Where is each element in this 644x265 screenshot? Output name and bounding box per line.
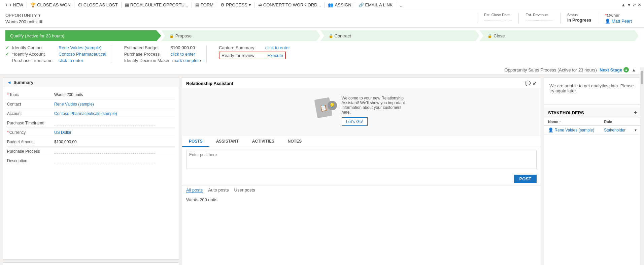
currency-label: Currency: [7, 130, 54, 135]
est-close-date-value[interactable]: ...........................: [484, 18, 512, 22]
tab-assistant[interactable]: ASSISTANT: [209, 136, 245, 147]
stage-propose[interactable]: 🔒 Propose: [161, 30, 320, 41]
stakeholder-role-header[interactable]: Role: [600, 118, 631, 126]
estimated-budget-value: $100,000.00: [171, 45, 195, 50]
capture-summary-label: Capture Summary: [219, 45, 263, 50]
identify-contact-value[interactable]: Rene Valdes (sample): [59, 45, 102, 50]
filter-auto-posts[interactable]: Auto posts: [208, 187, 229, 193]
more-button[interactable]: ...: [397, 0, 406, 10]
stage-field-purchase-process: ✓ Purchase Process click to enter: [117, 52, 201, 57]
purchase-process-value[interactable]: click to enter: [171, 52, 195, 57]
stage-qualify[interactable]: Qualify (Active for 23 hours): [5, 30, 161, 41]
toolbar-separator-8: [355, 2, 355, 8]
post-button[interactable]: POST: [514, 175, 537, 183]
stage-field-estimated-budget: ✓ Estimated Budget $100,000.00: [117, 45, 201, 50]
toolbar-down-icon[interactable]: ▼: [627, 2, 631, 7]
owner-label: *Owner: [605, 13, 632, 18]
close-as-lost-button[interactable]: ⏱ CLOSE AS LOST: [75, 0, 121, 10]
form-row-topic: Topic Wants 200 units: [7, 90, 175, 99]
account-value[interactable]: Contoso Pharmaceuticals (sample): [54, 111, 117, 116]
ready-for-review-box: Ready for review Execute: [219, 52, 286, 59]
form-row-contact: Contact Rene Valdes (sample): [7, 99, 175, 109]
assign-icon: 👥: [328, 2, 333, 7]
contact-value[interactable]: Rene Valdes (sample): [54, 102, 94, 107]
description-value[interactable]: [54, 158, 155, 163]
add-stakeholder-button[interactable]: +: [634, 110, 637, 116]
stakeholder-dropdown-cell[interactable]: ▾: [631, 126, 641, 135]
purchase-process-label: Purchase Process: [124, 52, 168, 57]
recalculate-button[interactable]: ▦ RECALCULATE OPPORTU...: [122, 0, 191, 10]
won-icon: 🏆: [30, 2, 36, 7]
tab-activities[interactable]: ACTIVITIES: [245, 136, 281, 147]
check-identify-contact: ✓: [5, 45, 9, 50]
post-preview: Wants 200 units: [182, 195, 541, 204]
account-label: Account: [7, 111, 54, 116]
toolbar-close-icon[interactable]: ✕: [638, 2, 641, 7]
stage-contract[interactable]: 🔒 Contract: [320, 30, 480, 41]
filter-user-posts[interactable]: User posts: [234, 187, 255, 193]
execute-value[interactable]: Execute: [267, 53, 283, 58]
topic-label: Topic: [7, 92, 54, 97]
stakeholder-name-cell[interactable]: 👤 Rene Valdes (sample): [544, 126, 600, 135]
process-dropdown-icon: ▾: [249, 2, 251, 7]
purchase-timeframe-value[interactable]: click to enter: [59, 58, 83, 63]
ra-chat-icon[interactable]: 💬: [525, 81, 531, 86]
form-button[interactable]: ▤ FORM: [193, 0, 216, 10]
lets-go-button[interactable]: Let's Go!: [342, 117, 368, 126]
stakeholder-name-header[interactable]: Name ↑: [544, 118, 600, 126]
main-content: ◄ Summary Topic Wants 200 units Contact …: [0, 75, 644, 265]
toolbar-expand-icon[interactable]: ⤢: [633, 2, 636, 7]
toolbar-up-icon[interactable]: ▲: [621, 2, 625, 7]
budget-label: Budget Amount: [7, 140, 54, 144]
topic-value: Wants 200 units: [54, 92, 83, 97]
ra-welcome-text: Welcome to your new Relationship Assista…: [342, 96, 409, 115]
stage-close-label: Close: [494, 33, 505, 38]
decision-maker-value[interactable]: mark complete: [172, 58, 201, 63]
ra-expand-icon[interactable]: ⤢: [533, 81, 537, 86]
tab-notes[interactable]: NOTES: [281, 136, 308, 147]
check-purchase-process: ✓: [117, 52, 122, 57]
next-stage-circle-icon: ●: [623, 67, 629, 72]
post-actions: POST: [182, 173, 541, 185]
lock-icon-propose: 🔒: [169, 34, 174, 38]
filter-all-posts[interactable]: All posts: [186, 187, 203, 193]
contact-label: Contact: [7, 102, 54, 107]
stage-close[interactable]: 🔒 Close: [479, 30, 639, 41]
scroll-thumb[interactable]: [641, 71, 643, 84]
stakeholders-header: STAKEHOLDERS +: [544, 108, 641, 118]
new-button[interactable]: + + NEW: [3, 0, 26, 10]
next-stage-button[interactable]: Next Stage ●: [600, 67, 629, 72]
email-link-button[interactable]: 🔗 EMAIL A LINK: [356, 0, 396, 10]
scrollbar[interactable]: [640, 67, 644, 265]
post-input-field[interactable]: [186, 150, 537, 169]
middle-column: Relationship Assistant 💬 ⤢ 📋 💡 Welcome t…: [182, 78, 541, 265]
stakeholder-role-cell[interactable]: Stakeholder: [600, 126, 631, 135]
stage-col-1: ✓ Identify Contact Rene Valdes (sample) …: [5, 45, 112, 63]
convert-icon: ⇄: [258, 2, 262, 7]
owner-value[interactable]: 👤 Matt Peart: [605, 19, 632, 24]
toolbar-separator-2: [74, 2, 74, 8]
form-row-purchase-process: Purchase Process: [7, 147, 175, 156]
toolbar-separator-3: [121, 2, 122, 8]
close-as-won-button[interactable]: 🏆 CLOSE AS WON: [28, 0, 73, 10]
contact-icon: 👤: [548, 127, 553, 132]
identify-account-label: *Identify Account: [12, 52, 56, 57]
purchase-timeframe-form-value[interactable]: [54, 121, 155, 125]
form-row-account: Account Contoso Pharmaceuticals (sample): [7, 109, 175, 118]
entity-dropdown-icon[interactable]: ▾: [38, 13, 41, 18]
assign-button[interactable]: 👥 ASSIGN: [325, 0, 354, 10]
stage-propose-label: Propose: [175, 33, 192, 38]
convert-button[interactable]: ⇄ CONVERT TO WORK ORD...: [256, 0, 324, 10]
currency-value[interactable]: US Dollar: [54, 130, 71, 135]
identify-contact-label: Identify Contact: [12, 45, 56, 50]
est-close-date-field: Est. Close Date ........................…: [477, 13, 519, 24]
purchase-process-form-value[interactable]: [54, 149, 155, 154]
title-menu-icon[interactable]: ≡: [39, 19, 42, 25]
collapse-icon[interactable]: ▲: [632, 67, 636, 72]
tab-posts[interactable]: POSTS: [182, 136, 209, 147]
capture-summary-value[interactable]: click to enter: [265, 45, 290, 50]
est-revenue-value[interactable]: ...........................: [526, 18, 553, 22]
process-button[interactable]: ⚙ PROCESS ▾: [218, 0, 254, 10]
toolbar-separator: [27, 2, 27, 8]
identify-account-value[interactable]: Contoso Pharmaceutical: [59, 52, 106, 57]
